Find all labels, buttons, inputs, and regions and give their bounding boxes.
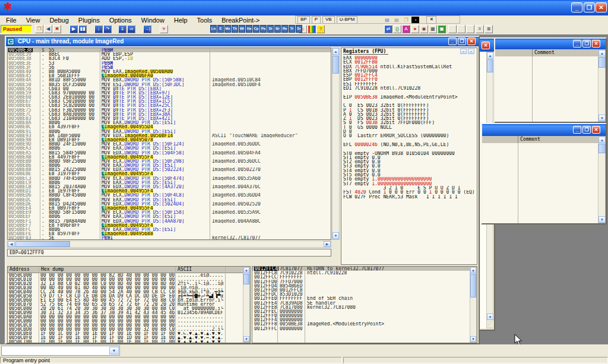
stack-vscrollbar[interactable]: ▲ ▼ — [470, 267, 477, 343]
disasm-row[interactable]: 0050BEFC.8B06MOV EAX,DWORD PTR DS:[ESI] — [8, 227, 331, 232]
column-divider[interactable] — [532, 49, 533, 56]
pane-button-re[interactable]: Re — [281, 25, 288, 33]
stack-row[interactable]: 0012FFD07FFD7000 — [252, 280, 477, 284]
menu-file[interactable]: File — [1, 17, 21, 24]
disasm-row[interactable]: 0050BE3F.56PUSH ESI — [8, 65, 331, 69]
scroll-up-icon[interactable]: ▲ — [598, 137, 606, 143]
register-line[interactable]: ST0 empty -UNORM B938 01050104 00000000 — [341, 151, 477, 156]
scroll-up-icon[interactable]: ▲ — [332, 48, 339, 55]
stack-row[interactable]: 0012FFD80012FFC8 — [252, 288, 477, 292]
register-line[interactable]: ST1 empty 0.0 — [341, 156, 477, 160]
disasm-row[interactable]: 0050BE67.C683 C5010000 00MOV BYTE PTR DS… — [8, 99, 331, 103]
registers-back-button2[interactable]: < — [468, 49, 474, 54]
stack-row[interactable]: 0012FFE47C839AD8SE handler — [252, 301, 477, 305]
command-combobox[interactable]: ▼ — [1, 346, 120, 356]
comment-window-bottom[interactable]: _ ❐ ✕ Comment ▲ ▼ — [481, 123, 607, 224]
cpu-close-button[interactable]: ✕ — [467, 37, 476, 45]
run-icon[interactable]: ▶ — [69, 25, 78, 33]
stack-row[interactable]: 0012FFE0FFFFFFFFEnd of SEH chain — [252, 296, 477, 300]
register-line[interactable]: EDX 7C90E514 ntdll.KiFastSystemCallRet — [341, 65, 477, 69]
disasm-row[interactable]: 0050BE98.E8 DB91F8FFCALL ImageRed.004950… — [8, 138, 331, 142]
menu-debug[interactable]: Debug — [45, 17, 73, 24]
help-icon[interactable]: ? — [316, 25, 325, 33]
disasm-row[interactable]: 0050BE38$55PUSH EBP — [8, 48, 331, 52]
disasm-row[interactable]: 0050BEF7.E8 F896F8FFCALL ImageRed.004955… — [8, 223, 331, 227]
menu-window[interactable]: Window — [137, 17, 169, 24]
register-line[interactable]: ST6 empty 1.0000000000000000000 — [341, 177, 477, 181]
scroll-thumb[interactable] — [598, 57, 606, 68]
cpu-maximize-button[interactable]: ❐ — [458, 37, 466, 45]
disassembly-hscrollbar[interactable]: ◀ ▶ — [7, 240, 331, 248]
scroll-down-icon[interactable]: ▼ — [598, 115, 606, 121]
disasm-row[interactable]: 0050BEB0.8B0D 98F25000MOV ECX,DWORD PTR … — [8, 159, 331, 163]
scroll-thumb[interactable] — [15, 241, 70, 247]
scroll-thumb[interactable] — [470, 274, 476, 297]
plugin-button-bp[interactable]: BP — [297, 16, 310, 24]
scroll-down-icon[interactable]: ▼ — [243, 336, 249, 342]
dump-row[interactable]: 0050C02032 13 8B C0 02 00 8B C0 00 8D 40… — [8, 281, 250, 286]
plugin-toolbar-close-button[interactable]: ✕ — [426, 16, 436, 24]
register-line[interactable] — [341, 138, 477, 143]
window-b-minimize-button[interactable]: _ — [573, 40, 581, 48]
plugin-button-u-bpm[interactable]: U-BPM — [337, 16, 358, 24]
stack-row[interactable]: 0012FFF000000000 — [252, 314, 477, 318]
scroll-down-icon[interactable]: ▼ — [470, 336, 476, 342]
dump-row[interactable]: 0050C050C9 D7 CF C8 CD CE DB D8 DA D9 CA… — [8, 294, 250, 298]
register-line[interactable]: C 0 ES 0023 32bit 0(FFFFFFFF) — [341, 103, 477, 107]
disasm-row[interactable]: 0050BED6.8B0D C8F45000MOV ECX,DWORD PTR … — [8, 193, 331, 197]
register-line[interactable]: EAX 00000000 — [341, 56, 477, 60]
stack-row[interactable]: 0012FFF400000000 — [252, 318, 477, 322]
pane-button-br[interactable]: Br — [274, 25, 281, 33]
comment-window-top[interactable]: _ ❐ ✕ Comment ▲ ▼ — [494, 37, 607, 123]
scroll-thumb[interactable] — [243, 274, 249, 284]
pane-button-me[interactable]: Me — [224, 25, 231, 33]
disasm-row[interactable]: 0050BE45.E8 56B1EFFFCALL ImageRed.00406F… — [8, 74, 331, 78]
green-window-icon[interactable]: ▣ — [438, 25, 446, 33]
register-line[interactable]: EBP 0012FFF0 — [341, 77, 477, 81]
dump-row[interactable]: 0050C0F01E 00 1F 00 1E 00 1F 00 1F 00 1D… — [8, 335, 250, 340]
disasm-row[interactable]: 0050BE83.C683 21040000 00MOV BYTE PTR DS… — [8, 116, 331, 121]
window-c-scrollbar[interactable]: ▲ ▼ — [598, 136, 606, 223]
scroll-left-icon[interactable]: ◀ — [8, 241, 15, 247]
register-line[interactable] — [341, 90, 477, 94]
pane-button-sr[interactable]: Sr — [296, 25, 302, 33]
stack-row[interactable]: 0012FFEC00000000 — [252, 309, 477, 314]
doc-blue-icon[interactable]: ▤ — [383, 17, 391, 23]
toolbar-blank-button[interactable] — [448, 25, 457, 33]
dump-row[interactable]: 0050C09030 31 32 33 34 35 36 37 38 39 41… — [8, 311, 250, 315]
minimize-button[interactable]: _ — [571, 2, 582, 12]
scroll-thumb[interactable] — [487, 59, 493, 72]
stack-row[interactable]: 0012FFFC00000000 — [252, 327, 477, 331]
disasm-row[interactable]: 0050BEB6.8B06MOV EAX,DWORD PTR DS:[ESI] — [8, 163, 331, 167]
dump-row[interactable]: 0050C07052 75 6E 74 69 6D 65 20 65 72 72… — [8, 302, 250, 306]
disasm-row[interactable]: 0050BE7C.C683 8A030000 00MOV BYTE PTR DS… — [8, 112, 331, 116]
register-line[interactable]: 3 2 1 0 E S P U O Z D I — [341, 186, 477, 190]
disasm-row[interactable]: 0050BEDC.8B06MOV EAX,DWORD PTR DS:[ESI] — [8, 198, 331, 202]
disasm-row[interactable]: 0050BE6E.C683 5C020000 00MOV BYTE PTR DS… — [8, 103, 331, 107]
scroll-up-icon[interactable]: ▲ — [598, 50, 606, 56]
step-into-icon[interactable]: ↓ — [94, 25, 103, 33]
disasm-row[interactable]: 0050BE93.BA 14BF5000MOV EDX,ImageRed.005… — [8, 134, 331, 138]
cpu-window[interactable]: C CPU - main thread, module ImageRed _ ❐… — [5, 36, 480, 344]
dump-row[interactable]: 0050C0E01F 00 1C 00 1F 00 1E 00 1F 00 1E… — [8, 331, 250, 335]
registers-back-button[interactable]: < — [460, 49, 467, 54]
stack-row[interactable]: 0012FFCCFFFFFFFF — [252, 275, 477, 279]
close-program-icon[interactable]: ✖ — [53, 25, 61, 33]
register-line[interactable] — [341, 99, 477, 103]
disasm-row[interactable]: 0050BE56.C603 00MOV BYTE PTR DS:[EBX],0 — [8, 87, 331, 91]
plugin-button-vb[interactable]: VB — [322, 16, 335, 24]
braces-icon[interactable]: {} — [393, 25, 401, 33]
disasm-row[interactable]: 0050BEC9.8B06MOV EAX,DWORD PTR DS:[ESI] — [8, 181, 331, 185]
registers-pane[interactable]: Registers (FPU) < < EAX 00000000ECX 0012… — [341, 48, 477, 265]
column-divider[interactable] — [518, 136, 518, 143]
dump-row[interactable]: 0050C0B000 00 00 00 00 00 00 00 00 00 00… — [8, 319, 250, 323]
pane-button-ln[interactable]: Ln — [210, 25, 217, 33]
plugin-button-p[interactable]: P — [312, 16, 321, 24]
disasm-row[interactable]: 0050BE3B.83C4 F0ADD ESP,-10 — [8, 56, 331, 61]
stack-row[interactable]: 0012FFE87C817080kernel32.7C817080 — [252, 305, 477, 309]
toolbar-blank-button[interactable] — [466, 25, 474, 33]
disasm-row[interactable]: 0050BEBE.E8 3197F8FFCALL ImageRed.004955… — [8, 172, 331, 176]
menu-tools[interactable]: Tools — [192, 17, 217, 24]
menu-view[interactable]: View — [21, 17, 45, 24]
doc-gray-icon[interactable]: ▤ — [392, 17, 400, 23]
